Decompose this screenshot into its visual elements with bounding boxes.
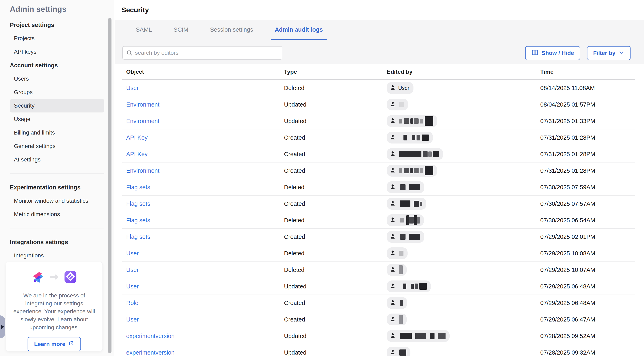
time-text: 07/28/2025 09:32AM — [540, 349, 634, 356]
time-text: 08/04/2025 01:57PM — [540, 101, 634, 108]
main-content: Security SAMLSCIMSession settingsAdmin a… — [114, 0, 644, 356]
redacted-editor-name — [398, 215, 420, 225]
sidebar-item-ai-settings[interactable]: AI settings — [10, 153, 104, 166]
object-link[interactable]: Environment — [126, 168, 160, 174]
type-text: Deleted — [284, 85, 387, 92]
table-row: UserDeletedUser08/14/2025 11:08AM — [122, 80, 634, 96]
person-icon — [389, 167, 396, 174]
column-header-type: Type — [284, 68, 387, 75]
sidebar-item-security[interactable]: Security — [10, 99, 104, 112]
object-link[interactable]: experimentversion — [126, 349, 174, 356]
object-link[interactable]: Role — [126, 300, 138, 306]
tab-band: SAMLSCIMSession settingsAdmin audit logs — [114, 20, 644, 64]
sidebar-item-users[interactable]: Users — [10, 72, 104, 86]
person-icon — [389, 117, 396, 125]
object-link[interactable]: Flag sets — [126, 200, 150, 207]
sidebar-item-api-keys[interactable]: API keys — [10, 45, 104, 58]
tab-saml[interactable]: SAML — [132, 20, 155, 40]
sidebar-scrollbar-thumb[interactable] — [108, 18, 112, 353]
transition-arrow-icon — [50, 273, 59, 282]
edited-by-chip — [387, 297, 407, 309]
object-link[interactable]: User — [126, 85, 139, 91]
object-link[interactable]: Environment — [126, 118, 160, 124]
person-icon — [389, 332, 396, 340]
search-wrap — [122, 46, 282, 60]
sidebar-item-projects[interactable]: Projects — [10, 32, 104, 45]
object-link[interactable]: User — [126, 266, 139, 273]
learn-more-button[interactable]: Learn more — [28, 337, 81, 351]
tab-session-settings[interactable]: Session settings — [207, 20, 256, 40]
show-hide-columns-button[interactable]: Show / Hide — [525, 46, 580, 60]
time-text: 07/31/2025 01:28PM — [540, 134, 634, 141]
redacted-editor-name — [398, 102, 404, 107]
edited-by-chip — [387, 148, 443, 160]
settings-migration-card: We are in the process of integrating our… — [6, 262, 103, 351]
tab-admin-audit-logs[interactable]: Admin audit logs — [272, 20, 326, 40]
edited-by-chip — [387, 280, 431, 292]
object-link[interactable]: Environment — [126, 101, 160, 108]
type-text: Created — [284, 134, 387, 141]
object-link[interactable]: Flag sets — [126, 184, 150, 190]
filter-by-button[interactable]: Filter by — [587, 46, 630, 60]
time-text: 07/30/2025 06:54AM — [540, 217, 634, 224]
redacted-editor-name — [398, 184, 420, 190]
sidebar-collapse-handle[interactable] — [0, 316, 5, 338]
sidebar-item-billing-and-limits[interactable]: Billing and limits — [10, 126, 104, 140]
tab-scim[interactable]: SCIM — [170, 20, 192, 40]
type-text: Updated — [284, 333, 387, 340]
table-row: RoleCreated07/29/2025 06:48AM — [122, 295, 634, 311]
sidebar-item-usage[interactable]: Usage — [10, 112, 104, 126]
promo-logos — [32, 270, 77, 284]
object-link[interactable]: Flag sets — [126, 234, 150, 240]
sidebar-divider — [10, 166, 104, 181]
tab-bar: SAMLSCIMSession settingsAdmin audit logs — [114, 20, 644, 40]
sidebar-item-metric-dimensions[interactable]: Metric dimensions — [10, 208, 104, 221]
type-text: Created — [284, 316, 387, 323]
object-link[interactable]: API Key — [126, 134, 148, 141]
type-text: Deleted — [284, 266, 387, 273]
object-link[interactable]: API Key — [126, 151, 148, 158]
table-row: Flag setsCreated07/30/2025 07:57AM — [122, 196, 634, 212]
object-link[interactable]: User — [126, 316, 139, 323]
table-row: EnvironmentUpdated08/04/2025 01:57PM — [122, 96, 634, 113]
sidebar-section-account-settings: Account settings — [10, 58, 104, 72]
time-text: 07/31/2025 01:28PM — [540, 151, 634, 158]
type-text: Deleted — [284, 250, 387, 257]
type-text: Created — [284, 300, 387, 306]
time-text: 07/29/2025 10:08AM — [540, 250, 634, 257]
sidebar-nav: Project settingsProjectsAPI keysAccount … — [10, 18, 104, 262]
person-icon — [389, 266, 396, 274]
redacted-editor-name — [398, 333, 446, 339]
person-icon — [389, 183, 396, 191]
time-text: 07/31/2025 01:28PM — [540, 168, 634, 174]
object-link[interactable]: User — [126, 250, 139, 256]
sidebar-item-integrations[interactable]: Integrations — [10, 249, 104, 262]
audit-log-table: Object Type Edited by Time UserDeletedUs… — [122, 64, 634, 356]
sidebar-item-general-settings[interactable]: General settings — [10, 140, 104, 153]
sidebar-section-project-settings: Project settings — [10, 18, 104, 32]
learn-more-label: Learn more — [34, 341, 65, 348]
table-row: UserCreated07/29/2025 06:47AM — [122, 311, 634, 328]
sidebar-item-monitor-window-and-statistics[interactable]: Monitor window and statistics — [10, 194, 104, 208]
sidebar: Admin settings Project settingsProjectsA… — [0, 0, 114, 356]
sidebar-item-groups[interactable]: Groups — [10, 86, 104, 99]
editor-name: User — [398, 85, 410, 91]
object-link[interactable]: User — [126, 283, 139, 290]
table-controls: Show / Hide Filter by — [114, 46, 644, 60]
column-header-object: Object — [126, 68, 284, 75]
table-row: Flag setsCreated07/29/2025 02:01PM — [122, 228, 634, 245]
table-header-row: Object Type Edited by Time — [122, 64, 634, 80]
type-text: Updated — [284, 283, 387, 290]
edited-by-chip — [387, 98, 408, 110]
redacted-editor-name — [398, 116, 433, 126]
time-text: 07/31/2025 01:33PM — [540, 118, 634, 124]
type-text: Deleted — [284, 184, 387, 191]
object-link[interactable]: experimentversion — [126, 333, 174, 339]
filter-by-label: Filter by — [593, 50, 616, 56]
type-text: Created — [284, 168, 387, 174]
edited-by-chip — [387, 330, 450, 342]
type-text: Created — [284, 234, 387, 240]
object-link[interactable]: Flag sets — [126, 217, 150, 224]
search-input[interactable] — [122, 46, 282, 60]
person-icon — [389, 216, 396, 224]
